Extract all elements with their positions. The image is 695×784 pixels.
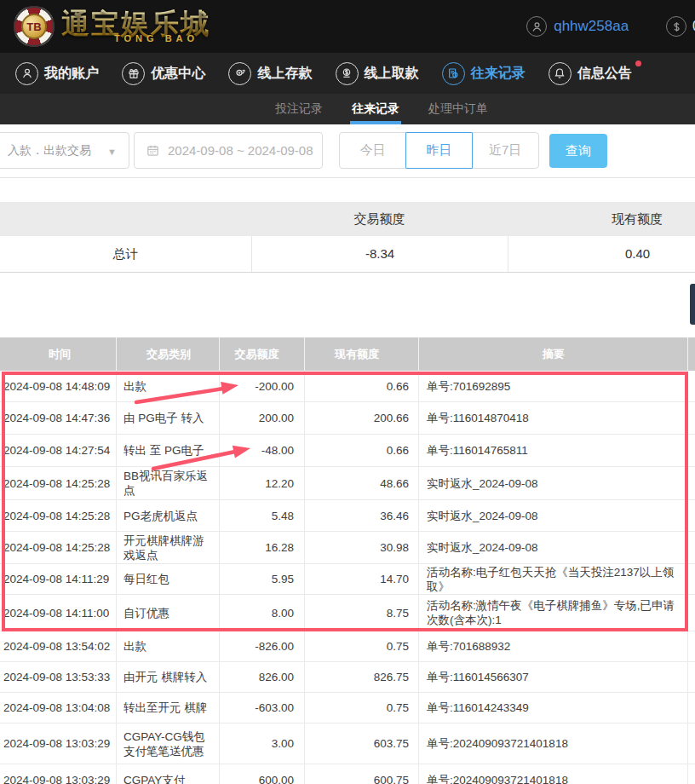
summary-header-balance: 现有额度 [508, 211, 695, 228]
chevron-down-icon: ▼ [107, 147, 117, 157]
site-logo[interactable]: TB 通宝娱乐城 TONG BAO [14, 6, 210, 47]
header-extra [687, 337, 695, 371]
cell-time: 2024-09-08 13:53:33 [0, 662, 116, 692]
nav-item-my-account[interactable]: 我的账户 [15, 62, 99, 85]
tab-transaction-records[interactable]: 往来记录 [350, 94, 401, 124]
table-row: 2024-09-08 13:54:02 出款 -826.00 0.75 单号:7… [0, 631, 695, 662]
table-row: 2024-09-08 14:11:29 每日红包 5.95 14.70 活动名称… [0, 564, 695, 595]
bell-icon [549, 62, 572, 85]
table-row: 2024-09-08 13:53:33 由开元 棋牌转入 826.00 826.… [0, 662, 695, 693]
subtabs: 投注记录 往来记录 处理中订单 [0, 94, 695, 124]
table-row: 2024-09-08 14:25:28 开元棋牌棋牌游戏返点 16.28 30.… [0, 532, 695, 564]
header-time: 时间 [0, 337, 116, 371]
cell-amount: -200.00 [219, 371, 304, 401]
nav-item-promotions[interactable]: 优惠中心 [122, 62, 205, 85]
table-row: 2024-09-08 14:25:28 BB视讯百家乐返点 12.20 48.6… [0, 467, 695, 500]
records-icon [442, 62, 465, 85]
cell-summary: 实时返水_2024-09-08 [418, 467, 687, 499]
nav-item-withdraw[interactable]: 线上取款 [336, 62, 419, 85]
cell-amount: 5.48 [219, 500, 304, 531]
quick-btn-last7days[interactable]: 近7日 [472, 133, 538, 168]
nav-item-deposit[interactable]: 线上存款 [228, 62, 312, 85]
search-button[interactable]: 查询 [549, 134, 607, 168]
quick-btn-today[interactable]: 今日 [340, 133, 406, 168]
nav-label: 优惠中心 [151, 65, 205, 83]
nav-label: 往来记录 [471, 65, 526, 83]
cell-summary: 实时返水_2024-09-08 [418, 500, 687, 531]
quick-btn-yesterday[interactable]: 昨日 [405, 132, 474, 169]
cell-type: PG老虎机返点 [116, 500, 219, 531]
gift-icon [122, 62, 145, 85]
tab-processing-orders[interactable]: 处理中订单 [427, 94, 490, 124]
cell-type: 由 PG电子 转入 [116, 402, 219, 434]
cell-time: 2024-09-08 13:04:08 [0, 693, 116, 723]
cell-extra [687, 693, 695, 723]
balance[interactable]: 0 [666, 16, 695, 37]
cell-summary: 单号:116014566307 [418, 662, 687, 692]
table-row: 2024-09-08 14:25:28 PG老虎机返点 5.48 36.46 实… [0, 500, 695, 532]
header-balance: 现有额度 [304, 337, 418, 371]
cell-time: 2024-09-08 14:11:29 [0, 564, 116, 594]
table-row: 2024-09-08 14:27:54 转出 至 PG电子 -48.00 0.6… [0, 435, 695, 467]
calendar-icon [146, 143, 160, 158]
cell-summary: 单号:116014870418 [418, 402, 687, 434]
cell-amount: 12.20 [219, 467, 304, 499]
cell-type: 出款 [116, 371, 219, 401]
nav-item-records[interactable]: 往来记录 [442, 62, 526, 85]
date-range-input[interactable]: 2024-09-08 ~ 2024-09-08 [134, 132, 323, 169]
cell-amount: -826.00 [219, 631, 304, 661]
cell-extra [687, 402, 695, 434]
cell-extra [687, 371, 695, 401]
chip-logo-badge: TB [21, 14, 47, 39]
cell-summary: 活动名称:激情午夜《电子棋牌捕鱼》专场,已申请次数(含本次):1 [418, 595, 687, 631]
logo-text: 通宝娱乐城 TONG BAO [61, 9, 210, 43]
cell-balance: 36.46 [304, 500, 418, 531]
logo-subtitle: TONG BAO [114, 33, 210, 43]
table-row: 2024-09-08 14:48:09 出款 -200.00 0.66 单号:7… [0, 371, 695, 402]
cell-type: 开元棋牌棋牌游戏返点 [116, 532, 219, 563]
table-header: 时间 交易类别 交易额度 现有额度 摘要 [0, 337, 695, 371]
summary-header: 交易额度 现有额度 [0, 202, 695, 236]
transaction-type-value: 入款．出款交易 [8, 143, 91, 159]
floating-widget[interactable] [690, 284, 695, 325]
cell-balance: 0.75 [304, 693, 418, 723]
cell-extra [687, 662, 695, 692]
quick-date-group: 今日 昨日 近7日 [339, 132, 539, 169]
cell-extra [687, 532, 695, 563]
summary-total-amount: -8.34 [251, 236, 508, 272]
filter-bar: 入款．出款交易 ▼ 2024-09-08 ~ 2024-09-08 今日 昨日 … [0, 124, 695, 178]
cell-type: 自订优惠 [116, 595, 219, 631]
nav-label: 信息公告 [577, 65, 632, 83]
cell-time: 2024-09-08 13:03:29 [0, 723, 116, 764]
summary-header-amount: 交易额度 [251, 211, 508, 228]
cell-time: 2024-09-08 13:03:29 [0, 764, 116, 784]
tab-betting-records[interactable]: 投注记录 [273, 94, 325, 124]
summary-table: 交易额度 现有额度 总计 -8.34 0.40 [0, 202, 695, 273]
cell-summary: 单号:701688932 [418, 631, 687, 661]
summary-total-balance: 0.40 [508, 236, 695, 272]
table-row: 2024-09-08 14:11:00 自订优惠 8.00 8.75 活动名称:… [0, 595, 695, 631]
user-icon [15, 62, 38, 85]
cell-amount: -603.00 [219, 693, 304, 723]
summary-total-label: 总计 [0, 246, 251, 262]
cell-balance: 14.70 [304, 564, 418, 594]
cell-summary: 单号:202409093721401818 [418, 764, 687, 784]
table-row: 2024-09-08 13:03:29 CGPAY-CG钱包支付笔笔送优惠 3.… [0, 723, 695, 764]
table-row: 2024-09-08 13:04:08 转出至开元 棋牌 -603.00 0.7… [0, 693, 695, 723]
nav-label: 线上取款 [365, 65, 419, 83]
top-header: TB 通宝娱乐城 TONG BAO qhhw258aa 0 [0, 0, 695, 53]
cell-summary: 单号:116014243349 [418, 693, 687, 723]
cell-amount: 3.00 [219, 723, 304, 764]
cell-summary: 实时返水_2024-09-08 [418, 532, 687, 563]
user-account[interactable]: qhhw258aa [526, 16, 629, 37]
date-range-value: 2024-09-08 ~ 2024-09-08 [168, 143, 313, 158]
header-type: 交易类别 [116, 337, 219, 371]
cell-amount: 5.95 [219, 564, 304, 594]
cell-balance: 600.75 [304, 764, 418, 784]
cell-amount: 16.28 [219, 532, 304, 563]
cell-summary: 活动名称:电子红包天天抢《当天投注2137以上领取》 [418, 564, 687, 594]
cell-extra [687, 467, 695, 499]
nav-item-announcements[interactable]: 信息公告 [549, 62, 632, 85]
transaction-type-select[interactable]: 入款．出款交易 ▼ [0, 132, 129, 169]
table-body: 2024-09-08 14:48:09 出款 -200.00 0.66 单号:7… [0, 371, 695, 784]
